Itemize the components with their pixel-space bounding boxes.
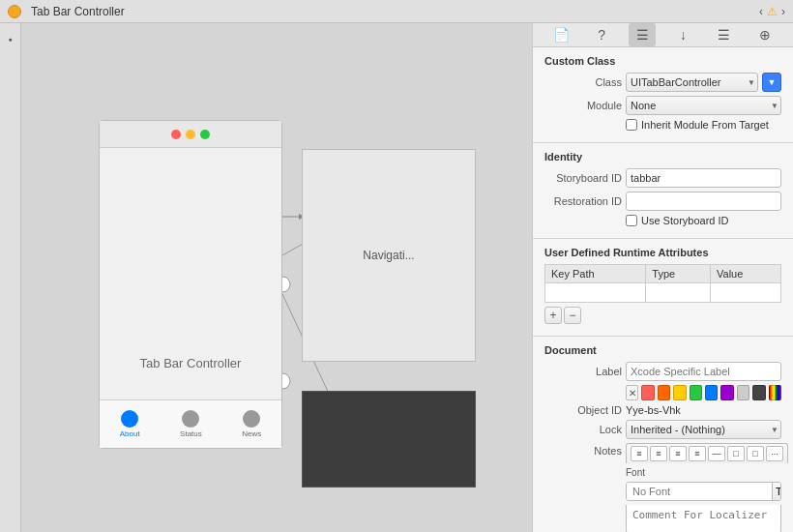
class-select-wrapper[interactable]: UITabBarController ▼: [626, 73, 758, 92]
device-tabbar: About Status News: [100, 399, 281, 448]
cell-type: [646, 283, 711, 303]
col-keypath: Key Path: [545, 265, 646, 283]
color-swatch-row: ✕: [544, 385, 781, 400]
custom-class-title: Custom Class: [544, 55, 781, 67]
inspector-panel: 📄 ? ☰ ↓ ☰ ⊕ Custom Class Class UITabBarC…: [532, 23, 793, 532]
sidebar-btn-1[interactable]: ●: [3, 31, 18, 46]
dot-green: [200, 130, 210, 139]
object-id-row: Object ID Yye-bs-Vhk: [544, 404, 781, 416]
swatch-green[interactable]: [690, 385, 702, 400]
notes-align-center[interactable]: ≡: [650, 446, 667, 461]
notes-align-left[interactable]: ≡: [631, 446, 648, 461]
nav-forward[interactable]: ›: [781, 5, 785, 18]
swatch-orange[interactable]: [658, 385, 670, 400]
inherit-module-label: Inherit Module From Target: [641, 119, 769, 131]
notes-list2[interactable]: □: [747, 446, 764, 461]
object-id-label: Object ID: [544, 404, 622, 416]
lock-row: Lock Inherited - (Nothing) ▼: [544, 420, 781, 439]
notes-more[interactable]: ···: [766, 446, 783, 461]
identity-title: Identity: [544, 151, 781, 163]
font-section: Font T ▲ ▼: [544, 467, 781, 532]
inspector-help-icon[interactable]: ?: [588, 23, 615, 46]
nav-back[interactable]: ‹: [759, 5, 763, 18]
font-input-wrapper: T ▲ ▼: [626, 482, 781, 501]
storyboard-id-input[interactable]: [626, 168, 781, 188]
swatch-x-btn[interactable]: ✕: [626, 385, 638, 400]
user-defined-section: User Defined Runtime Attributes Key Path…: [533, 239, 793, 337]
tab-dot-status: [182, 410, 199, 428]
identity-section: Identity Storyboard ID Restoration ID Us…: [533, 143, 793, 239]
module-select-wrapper[interactable]: None ▼: [626, 96, 781, 115]
device-header: [100, 121, 281, 148]
lock-select-wrapper[interactable]: Inherited - (Nothing) ▼: [626, 420, 781, 439]
label-input[interactable]: [626, 362, 781, 381]
cell-value: [711, 283, 781, 303]
class-btn[interactable]: ▼: [762, 73, 781, 92]
notes-editor: ≡ ≡ ≡ ≡ — □ □ ···: [626, 443, 788, 463]
swatch-red[interactable]: [641, 385, 654, 400]
module-select[interactable]: None: [626, 96, 781, 115]
inherit-module-row: Inherit Module From Target: [544, 119, 781, 131]
inspector-identity-icon[interactable]: ☰: [629, 23, 656, 46]
restoration-id-input[interactable]: [626, 192, 781, 211]
bottom-frame: [302, 391, 476, 488]
nav-controls: ‹ ⚠ ›: [759, 5, 785, 18]
tab-dot-about: [121, 410, 138, 428]
inspector-attr-icon[interactable]: ↓: [670, 23, 697, 46]
class-row: Class UITabBarController ▼ ▼: [544, 73, 781, 92]
notes-align-right[interactable]: ≡: [669, 446, 687, 461]
use-storyboard-checkbox[interactable]: [626, 215, 637, 226]
notes-align-justify[interactable]: ≡: [689, 446, 706, 461]
object-id-value: Yye-bs-Vhk: [626, 404, 681, 416]
label-row: Label: [544, 362, 781, 381]
class-label: Class: [544, 76, 622, 88]
swatch-more[interactable]: [769, 385, 781, 400]
warning-icon: ⚠: [767, 5, 778, 18]
swatch-dark[interactable]: [752, 385, 765, 400]
notes-toolbar: ≡ ≡ ≡ ≡ — □ □ ···: [626, 443, 788, 463]
nav-frame: Navigati...: [302, 149, 476, 362]
notes-list1[interactable]: □: [727, 446, 745, 461]
custom-class-section: Custom Class Class UITabBarController ▼ …: [533, 47, 793, 143]
inspector-toolbar: 📄 ? ☰ ↓ ☰ ⊕: [533, 23, 793, 47]
tab-label-news: News: [242, 429, 261, 438]
dot-red: [171, 130, 181, 139]
inspector-conn-icon[interactable]: ⊕: [751, 23, 778, 46]
dot-yellow: [186, 130, 195, 139]
use-storyboard-row: Use Storyboard ID: [544, 215, 781, 226]
restoration-id-row: Restoration ID: [544, 192, 781, 211]
swatch-gray[interactable]: [737, 385, 749, 400]
font-input[interactable]: [627, 483, 772, 500]
tab-label-about: About: [120, 429, 140, 438]
canvas-area[interactable]: Tab Bar Controller About Status News Nav…: [21, 23, 532, 532]
add-attribute-btn[interactable]: +: [544, 307, 562, 324]
col-value: Value: [711, 265, 781, 283]
main-container: ● Tab Bar Controller: [0, 23, 793, 532]
col-type: Type: [646, 265, 711, 283]
nav-frame-label: Navigati...: [363, 249, 414, 262]
notes-rule[interactable]: —: [708, 446, 725, 461]
inspector-size-icon[interactable]: ☰: [711, 23, 738, 46]
window-title: Tab Bar Controller: [31, 5, 125, 18]
document-title: Document: [544, 344, 781, 356]
module-label: Module: [544, 100, 622, 111]
module-row: Module None ▼: [544, 96, 781, 115]
storyboard-id-label: Storyboard ID: [544, 172, 622, 184]
add-remove-row: + −: [544, 303, 781, 328]
attributes-table: Key Path Type Value: [544, 264, 781, 303]
document-section: Document Label ✕ Object ID: [533, 337, 793, 532]
swatch-purple[interactable]: [720, 385, 733, 400]
label-field-label: Label: [544, 366, 622, 377]
lock-select[interactable]: Inherited - (Nothing): [626, 420, 781, 439]
class-select[interactable]: UITabBarController: [626, 73, 758, 92]
inspector-file-icon[interactable]: 📄: [547, 23, 574, 46]
remove-attribute-btn[interactable]: −: [564, 307, 581, 324]
storyboard-id-row: Storyboard ID: [544, 168, 781, 188]
tab-item-status: Status: [180, 410, 202, 438]
comment-input[interactable]: [626, 505, 781, 532]
swatch-yellow[interactable]: [673, 385, 686, 400]
left-sidebar: ●: [0, 23, 21, 532]
swatch-blue[interactable]: [705, 385, 718, 400]
inherit-module-checkbox[interactable]: [626, 119, 637, 131]
font-text-btn[interactable]: T: [772, 483, 781, 500]
